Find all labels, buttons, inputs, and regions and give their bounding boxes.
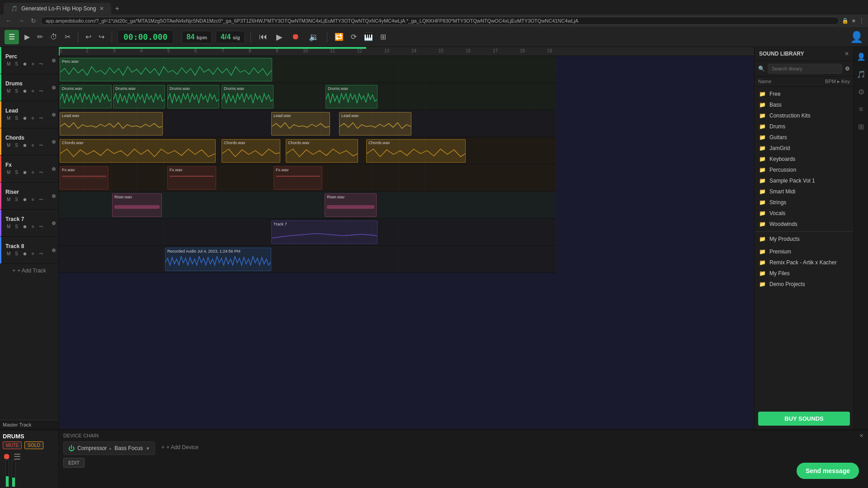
- mute-lead[interactable]: M: [5, 115, 12, 121]
- mute-drums[interactable]: M: [5, 88, 12, 94]
- library-filter-icon[interactable]: ⚙: [845, 66, 850, 72]
- library-item-vocals[interactable]: 📁 Vocals: [755, 208, 854, 219]
- right-panel-icon-5[interactable]: ⊞: [856, 121, 866, 133]
- right-panel-icon-4[interactable]: ≡: [857, 103, 865, 115]
- mute-fx[interactable]: M: [5, 169, 12, 175]
- fx-lead[interactable]: ≡: [30, 115, 36, 121]
- solo-track8[interactable]: S: [14, 251, 19, 257]
- arrange-button[interactable]: ⊞: [378, 31, 388, 43]
- volume-knob-track8[interactable]: [52, 249, 56, 252]
- device-compressor[interactable]: ⏻ Compressor ▸ Bass Focus ▼: [63, 441, 155, 455]
- tab-close-button[interactable]: ✕: [99, 5, 104, 12]
- arm-perc[interactable]: ⏺: [21, 61, 28, 67]
- library-item-premium[interactable]: 📁 Premium: [755, 246, 854, 257]
- add-track-button[interactable]: + + Add Track: [0, 264, 58, 277]
- clip-lead-2[interactable]: Lead.wav: [271, 112, 330, 136]
- fx-perc[interactable]: ≡: [30, 61, 36, 67]
- fx-drums[interactable]: ≡: [30, 88, 36, 94]
- device-power-icon[interactable]: ⏻: [68, 445, 75, 452]
- scissors-tool[interactable]: ✂: [63, 31, 72, 43]
- library-item-bass[interactable]: 📁 Bass: [755, 99, 854, 110]
- solo-riser[interactable]: S: [14, 197, 19, 202]
- arm-chords[interactable]: ⏺: [21, 142, 28, 148]
- fx-track8[interactable]: ≡: [30, 251, 36, 257]
- select-tool[interactable]: ▶: [23, 31, 32, 43]
- solo-fx[interactable]: S: [14, 169, 19, 175]
- clip-chords-2[interactable]: Chords.wav: [222, 139, 280, 163]
- clip-drums-3[interactable]: Drums.wav: [167, 85, 219, 108]
- device-chain-close-button[interactable]: ✕: [859, 433, 863, 439]
- volume-knob-lead[interactable]: [52, 113, 56, 117]
- right-panel-icon-3[interactable]: ⚙: [856, 86, 866, 98]
- solo-chords[interactable]: S: [14, 142, 19, 148]
- wave-drums[interactable]: 〜: [38, 88, 45, 95]
- mute-track7[interactable]: M: [5, 224, 12, 230]
- midi-button[interactable]: 🎹: [362, 31, 375, 43]
- clip-drums-5[interactable]: Drums.wav: [326, 85, 377, 108]
- library-item-construction-kits[interactable]: 📁 Construction Kits: [755, 110, 854, 121]
- arm-fx[interactable]: ⏺: [21, 169, 28, 175]
- arm-drums[interactable]: ⏺: [21, 88, 28, 94]
- clip-track7-1[interactable]: Track 7: [271, 221, 377, 244]
- wave-track8[interactable]: 〜: [38, 250, 45, 258]
- device-dropdown-icon[interactable]: ▼: [146, 446, 150, 451]
- library-item-strings[interactable]: 📁 Strings: [755, 197, 854, 208]
- clip-drums-4[interactable]: Drums.wav: [222, 85, 274, 108]
- library-item-remix-pack[interactable]: 📁 Remix Pack - Artik x Kacher: [755, 257, 854, 268]
- fx-track7[interactable]: ≡: [30, 224, 36, 230]
- right-panel-icon-1[interactable]: 👤: [855, 51, 868, 63]
- fx-chords[interactable]: ≡: [30, 142, 36, 148]
- library-item-guitars[interactable]: 📁 Guitars: [755, 132, 854, 143]
- library-item-sample-pack[interactable]: 📁 Sample Pack Vol 1: [755, 175, 854, 186]
- refresh-button[interactable]: ↻: [29, 17, 38, 24]
- wave-perc[interactable]: 〜: [38, 61, 45, 68]
- loop-button[interactable]: 🔁: [333, 31, 345, 43]
- library-item-percussion[interactable]: 📁 Percussion: [755, 164, 854, 175]
- pencil-tool[interactable]: ✏: [35, 31, 45, 43]
- sync-button[interactable]: ⟳: [349, 31, 359, 43]
- clip-fx-1[interactable]: Fx.wav: [60, 166, 108, 190]
- arm-track8[interactable]: ⏺: [21, 251, 28, 257]
- clip-perc-1[interactable]: Perc.wav: [60, 58, 272, 81]
- wave-lead[interactable]: 〜: [38, 115, 45, 122]
- right-panel-icon-2[interactable]: 🎵: [855, 68, 868, 80]
- library-item-woodwinds[interactable]: 📁 Woodwinds: [755, 219, 854, 230]
- mute-perc[interactable]: M: [5, 61, 12, 67]
- library-item-free[interactable]: 📁 Free: [755, 89, 854, 99]
- solo-perc[interactable]: S: [14, 61, 19, 67]
- solo-drums[interactable]: S: [14, 88, 19, 94]
- volume-knob-drums[interactable]: [52, 86, 56, 89]
- library-search-input[interactable]: [768, 64, 842, 74]
- wave-riser[interactable]: 〜: [38, 196, 45, 203]
- wave-track7[interactable]: 〜: [38, 223, 45, 230]
- solo-lead[interactable]: S: [14, 115, 19, 121]
- volume-knob-perc[interactable]: [52, 59, 56, 62]
- record-button[interactable]: ⏺: [289, 30, 302, 43]
- clock-tool[interactable]: ⏱: [48, 31, 59, 43]
- volume-icon[interactable]: 🔉: [306, 30, 321, 44]
- library-item-my-products[interactable]: 📁 My Products: [755, 234, 854, 244]
- arm-riser[interactable]: ⏺: [21, 197, 28, 202]
- redo-button[interactable]: ↪: [97, 31, 106, 43]
- volume-knob-chords[interactable]: [52, 140, 56, 144]
- menu-button[interactable]: ☰: [5, 30, 19, 44]
- library-item-smart-midi[interactable]: 📁 Smart Midi: [755, 186, 854, 197]
- send-message-button[interactable]: Send message: [797, 463, 859, 479]
- device-edit-button[interactable]: EDIT: [63, 458, 85, 468]
- arm-lead[interactable]: ⏺: [21, 115, 28, 121]
- url-input[interactable]: app.ampedstudio.com/?_gl=1*zkt20c_ga*MTA…: [41, 17, 839, 25]
- fx-fx[interactable]: ≡: [30, 169, 36, 175]
- wave-chords[interactable]: 〜: [38, 142, 45, 149]
- library-close-button[interactable]: ✕: [844, 51, 849, 57]
- library-item-jamgrid[interactable]: 📁 JamGrid: [755, 143, 854, 154]
- volume-knob-track7[interactable]: [52, 221, 56, 225]
- clip-chords-1[interactable]: Chords.wav: [60, 139, 216, 163]
- volume-knob-riser[interactable]: [52, 194, 56, 198]
- clip-fx-2[interactable]: Fx.wav: [167, 166, 216, 190]
- volume-knob-fx[interactable]: [52, 167, 56, 171]
- play-button[interactable]: ▶: [274, 30, 285, 44]
- back-button[interactable]: ←: [4, 17, 14, 24]
- rewind-button[interactable]: ⏮: [256, 30, 270, 43]
- new-tab-button[interactable]: +: [111, 3, 123, 14]
- buy-sounds-button[interactable]: BUY SOUNDS: [758, 412, 850, 426]
